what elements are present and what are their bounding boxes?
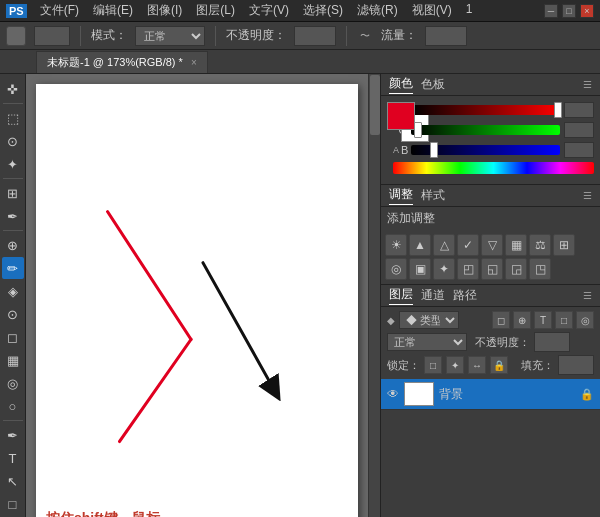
r-value-input[interactable]: 252	[564, 102, 594, 118]
menu-file[interactable]: 文件(F)	[35, 0, 84, 21]
menu-select[interactable]: 选择(S)	[298, 0, 348, 21]
tab-layers[interactable]: 图层	[389, 286, 413, 305]
tab-paths[interactable]: 路径	[453, 287, 477, 305]
r-slider-thumb[interactable]	[554, 102, 562, 118]
vibrance-btn[interactable]: ▽	[481, 234, 503, 256]
layer-type-filter[interactable]: ◆ 类型	[399, 311, 459, 329]
heal-tool[interactable]: ⊕	[2, 234, 24, 256]
gradient-map-btn[interactable]: ◳	[529, 258, 551, 280]
path-select-tool[interactable]: ↖	[2, 470, 24, 492]
tab-styles[interactable]: 样式	[421, 187, 445, 205]
layer-item-background[interactable]: 👁 背景 🔒	[381, 379, 600, 410]
blur-tool[interactable]: ◎	[2, 372, 24, 394]
foreground-color-swatch[interactable]	[387, 102, 415, 130]
lock-move-btn[interactable]: ↔	[468, 356, 486, 374]
filter-shape-btn[interactable]: □	[555, 311, 573, 329]
opacity-input[interactable]: 100%	[294, 26, 336, 46]
dodge-tool[interactable]: ○	[2, 395, 24, 417]
divider-2	[215, 26, 216, 46]
blend-mode-select[interactable]: 正常	[387, 333, 467, 351]
menu-edit[interactable]: 编辑(E)	[88, 0, 138, 21]
menu-filter[interactable]: 滤镜(R)	[352, 0, 403, 21]
eraser-tool[interactable]: ◻	[2, 326, 24, 348]
tab-adjustments[interactable]: 调整	[389, 186, 413, 205]
hsl-btn[interactable]: ▦	[505, 234, 527, 256]
color-lookup-btn[interactable]: ✦	[433, 258, 455, 280]
exposure-btn[interactable]: ✓	[457, 234, 479, 256]
filter-text-btn[interactable]: T	[534, 311, 552, 329]
brush-tool[interactable]: ✏	[2, 257, 24, 279]
menu-extra[interactable]: 1	[461, 0, 478, 21]
maximize-button[interactable]: □	[562, 4, 576, 18]
filter-pixel-btn[interactable]: ◻	[492, 311, 510, 329]
g-slider[interactable]	[411, 125, 560, 135]
pen-tool[interactable]: ✒	[2, 424, 24, 446]
fill-input[interactable]: 100%	[558, 355, 594, 375]
g-slider-thumb[interactable]	[414, 122, 422, 138]
menu-layer[interactable]: 图层(L)	[191, 0, 240, 21]
brightness-contrast-btn[interactable]: ☀	[385, 234, 407, 256]
text-tool[interactable]: T	[2, 447, 24, 469]
vertical-scrollbar[interactable]	[368, 74, 380, 517]
quick-select-tool[interactable]: ✦	[2, 153, 24, 175]
levels-btn[interactable]: ▲	[409, 234, 431, 256]
tab-color[interactable]: 颜色	[389, 75, 413, 94]
move-tool[interactable]: ✜	[2, 78, 24, 100]
vertical-scroll-thumb[interactable]	[370, 75, 380, 135]
layer-thumbnail	[404, 382, 434, 406]
b-label-row: A B	[393, 144, 407, 156]
close-button[interactable]: ×	[580, 4, 594, 18]
color-balance-btn[interactable]: ⚖	[529, 234, 551, 256]
menu-view[interactable]: 视图(V)	[407, 0, 457, 21]
opacity-input[interactable]: 100%	[534, 332, 570, 352]
bw-btn[interactable]: ⊞	[553, 234, 575, 256]
tab-swatches[interactable]: 色板	[421, 76, 445, 94]
crop-tool[interactable]: ⊞	[2, 182, 24, 204]
clone-tool[interactable]: ◈	[2, 280, 24, 302]
shape-tool[interactable]: □	[2, 493, 24, 515]
document-tab[interactable]: 未标题-1 @ 173%(RGB/8) * ×	[36, 51, 208, 73]
menu-text[interactable]: 文字(V)	[244, 0, 294, 21]
tool-divider-4	[3, 420, 23, 421]
rect-select-tool[interactable]: ⬚	[2, 107, 24, 129]
lasso-tool[interactable]: ⊙	[2, 130, 24, 152]
g-value-input[interactable]: 12	[564, 122, 594, 138]
color-panel-menu-icon[interactable]: ☰	[583, 79, 592, 90]
gradient-tool[interactable]: ▦	[2, 349, 24, 371]
spectrum-bar[interactable]	[393, 162, 594, 174]
filter-smart-btn[interactable]: ◎	[576, 311, 594, 329]
r-slider[interactable]	[411, 105, 560, 115]
channel-mixer-btn[interactable]: ▣	[409, 258, 431, 280]
brush-preview[interactable]	[6, 26, 26, 46]
eyedropper-tool[interactable]: ✒	[2, 205, 24, 227]
svg-line-1	[119, 339, 191, 441]
filter-adj-btn[interactable]: ⊕	[513, 311, 531, 329]
b-slider-thumb[interactable]	[430, 142, 438, 158]
b-value-input[interactable]: 40	[564, 142, 594, 158]
adjustments-panel-menu-icon[interactable]: ☰	[583, 190, 592, 201]
flow-input[interactable]: 100%	[425, 26, 467, 46]
layers-panel-menu-icon[interactable]: ☰	[583, 290, 592, 301]
b-slider[interactable]	[411, 145, 560, 155]
threshold-btn[interactable]: ◲	[505, 258, 527, 280]
curves-btn[interactable]: △	[433, 234, 455, 256]
minimize-button[interactable]: ─	[544, 4, 558, 18]
lock-transparent-btn[interactable]: □	[424, 356, 442, 374]
photo-filter-btn[interactable]: ◎	[385, 258, 407, 280]
brush-size-input[interactable]: 3	[34, 26, 70, 46]
tab-channels[interactable]: 通道	[421, 287, 445, 305]
tab-close-button[interactable]: ×	[191, 57, 197, 68]
lock-all-btn[interactable]: 🔒	[490, 356, 508, 374]
mode-select[interactable]: 正常	[135, 26, 205, 46]
toolbox: ✜ ⬚ ⊙ ✦ ⊞ ✒ ⊕ ✏ ◈ ⊙ ◻ ▦ ◎ ○ ✒ T ↖ □ ✋ ⊕	[0, 74, 26, 517]
layer-visibility-icon[interactable]: 👁	[387, 387, 399, 401]
canvas-document[interactable]: 按住shift键，鼠标 往想要的方向点击	[36, 84, 358, 517]
menu-image[interactable]: 图像(I)	[142, 0, 187, 21]
history-brush-tool[interactable]: ⊙	[2, 303, 24, 325]
canvas-drawing	[36, 84, 358, 517]
layer-filter-icons: ◻ ⊕ T □ ◎	[463, 311, 594, 329]
invert-btn[interactable]: ◰	[457, 258, 479, 280]
lock-paint-btn[interactable]: ✦	[446, 356, 464, 374]
tab-bar: 未标题-1 @ 173%(RGB/8) * ×	[0, 50, 600, 74]
posterize-btn[interactable]: ◱	[481, 258, 503, 280]
